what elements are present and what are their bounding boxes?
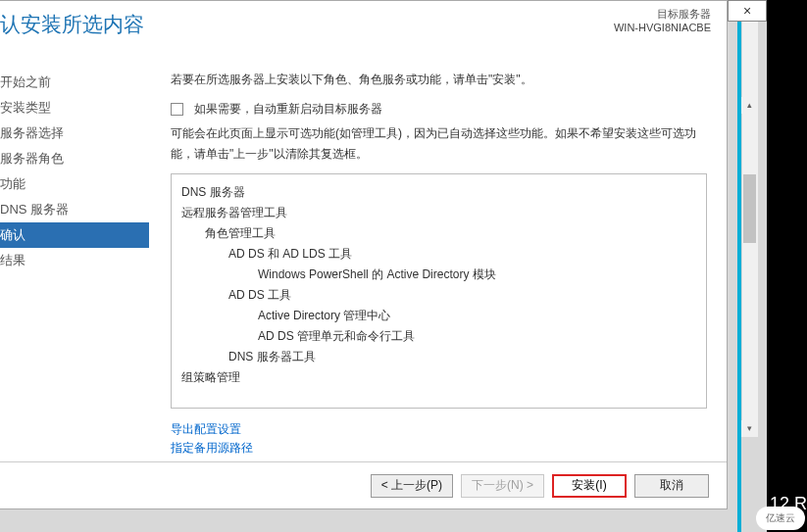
list-item: AD DS 和 AD LDS 工具 bbox=[181, 244, 696, 265]
auto-restart-label: 如果需要，自动重新启动目标服务器 bbox=[194, 102, 382, 116]
sidebar-item-install-type[interactable]: 安装类型 bbox=[0, 95, 149, 121]
list-item: DNS 服务器 bbox=[181, 182, 696, 203]
wizard-sidebar: 开始之前 安装类型 服务器选择 服务器角色 功能 DNS 服务器 确认 结果 bbox=[0, 60, 149, 461]
cancel-button[interactable]: 取消 bbox=[634, 474, 709, 498]
next-button: 下一步(N) > bbox=[461, 474, 544, 498]
watermark-logo: 亿速云 bbox=[756, 507, 805, 530]
list-item: 组策略管理 bbox=[181, 367, 696, 388]
sidebar-item-features[interactable]: 功能 bbox=[0, 171, 149, 197]
list-item: 远程服务器管理工具 bbox=[181, 203, 696, 223]
note-text: 可能会在此页面上显示可选功能(如管理工具)，因为已自动选择这些功能。如果不希望安… bbox=[171, 123, 707, 166]
target-server-name: WIN-HVGI8NIACBE bbox=[614, 22, 711, 33]
install-button[interactable]: 安装(I) bbox=[552, 474, 627, 498]
target-label: 目标服务器 bbox=[614, 7, 711, 22]
auto-restart-row[interactable]: 如果需要，自动重新启动目标服务器 bbox=[171, 101, 707, 118]
list-item: AD DS 工具 bbox=[181, 285, 696, 306]
wizard-dialog: 认安装所选内容 目标服务器 WIN-HVGI8NIACBE 开始之前 安装类型 … bbox=[0, 0, 728, 509]
sidebar-item-confirmation[interactable]: 确认 bbox=[0, 222, 149, 248]
list-item: AD DS 管理单元和命令行工具 bbox=[181, 326, 696, 347]
previous-button[interactable]: < 上一步(P) bbox=[371, 474, 453, 498]
sidebar-item-dns-server[interactable]: DNS 服务器 bbox=[0, 197, 149, 222]
page-title: 认安装所选内容 bbox=[0, 11, 711, 38]
sidebar-item-before-you-begin[interactable]: 开始之前 bbox=[0, 70, 149, 95]
list-item: Active Directory 管理中心 bbox=[181, 306, 696, 326]
scrollbar-down-button[interactable]: ▾ bbox=[741, 420, 758, 437]
scrollbar-thumb[interactable] bbox=[743, 174, 756, 243]
auto-restart-checkbox[interactable] bbox=[171, 103, 183, 116]
list-item: Windows PowerShell 的 Active Directory 模块 bbox=[181, 265, 696, 285]
list-item: DNS 服务器工具 bbox=[181, 347, 696, 367]
sidebar-item-server-selection[interactable]: 服务器选择 bbox=[0, 121, 149, 146]
wizard-main: 若要在所选服务器上安装以下角色、角色服务或功能，请单击"安装"。 如果需要，自动… bbox=[149, 60, 727, 461]
export-config-link[interactable]: 导出配置设置 bbox=[171, 420, 707, 439]
bottom-links: 导出配置设置 指定备用源路径 bbox=[171, 420, 707, 458]
wizard-header: 认安装所选内容 目标服务器 WIN-HVGI8NIACBE bbox=[0, 1, 727, 60]
selection-list: DNS 服务器 远程服务器管理工具 角色管理工具 AD DS 和 AD LDS … bbox=[171, 173, 707, 409]
list-item: 角色管理工具 bbox=[181, 223, 696, 244]
sidebar-item-server-roles[interactable]: 服务器角色 bbox=[0, 146, 149, 171]
close-button[interactable]: × bbox=[728, 0, 767, 22]
alt-source-link[interactable]: 指定备用源路径 bbox=[171, 439, 707, 458]
wizard-footer: < 上一步(P) 下一步(N) > 安装(I) 取消 bbox=[0, 461, 727, 508]
intro-text: 若要在所选服务器上安装以下角色、角色服务或功能，请单击"安装"。 bbox=[171, 70, 707, 91]
scrollbar-up-button[interactable]: ▴ bbox=[741, 97, 758, 114]
sidebar-item-results[interactable]: 结果 bbox=[0, 248, 149, 273]
target-server-block: 目标服务器 WIN-HVGI8NIACBE bbox=[614, 7, 711, 33]
